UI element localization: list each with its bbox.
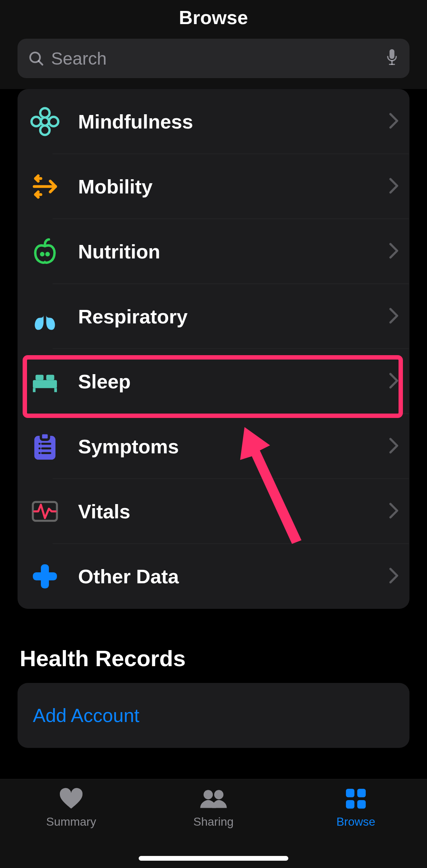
tab-browse[interactable]: Browse	[285, 787, 427, 829]
tab-label: Summary	[46, 815, 96, 829]
svg-rect-18	[35, 375, 43, 380]
tab-sharing[interactable]: Sharing	[142, 787, 285, 829]
add-account-link[interactable]: Add Account	[33, 704, 139, 726]
heart-icon	[58, 787, 84, 811]
svg-rect-19	[46, 375, 54, 380]
search-placeholder: Search	[51, 49, 378, 69]
chevron-right-icon	[389, 308, 399, 325]
svg-rect-30	[33, 572, 57, 580]
svg-point-8	[31, 117, 41, 126]
header: Browse	[0, 0, 427, 32]
svg-rect-37	[357, 800, 366, 809]
category-label: Vitals	[61, 500, 389, 523]
category-row-symptoms[interactable]: Symptoms	[18, 414, 409, 479]
grid-icon	[344, 787, 368, 811]
category-label: Mobility	[61, 175, 389, 198]
vitals-icon	[28, 495, 61, 528]
mic-icon[interactable]	[385, 48, 399, 69]
category-label: Mindfulness	[61, 110, 389, 133]
search-container: Search	[0, 32, 427, 89]
section-header-health-records: Health Records	[20, 645, 407, 671]
mobility-icon	[28, 170, 61, 203]
svg-point-33	[214, 790, 223, 799]
svg-rect-15	[33, 380, 57, 388]
category-list: Mindfulness Mobility	[18, 89, 409, 609]
chevron-right-icon	[389, 568, 399, 585]
tab-label: Browse	[336, 815, 376, 829]
svg-rect-36	[346, 800, 354, 809]
category-row-nutrition[interactable]: Nutrition	[18, 219, 409, 284]
category-row-respiratory[interactable]: Respiratory	[18, 284, 409, 349]
svg-point-5	[41, 118, 49, 126]
add-account-row[interactable]: Add Account	[18, 683, 409, 748]
category-label: Symptoms	[61, 435, 389, 458]
symptoms-icon	[28, 430, 61, 463]
category-label: Respiratory	[61, 305, 389, 328]
chevron-right-icon	[389, 113, 399, 130]
svg-point-13	[41, 253, 43, 255]
svg-point-32	[204, 790, 213, 799]
category-row-sleep[interactable]: Sleep	[18, 349, 409, 414]
category-label: Other Data	[61, 565, 389, 588]
svg-point-7	[40, 126, 50, 135]
tab-summary[interactable]: Summary	[0, 787, 142, 829]
chevron-right-icon	[389, 438, 399, 455]
mindfulness-icon	[28, 105, 61, 138]
tab-bar: Summary Sharing Browse	[0, 779, 427, 868]
svg-rect-2	[389, 49, 394, 59]
svg-rect-21	[41, 433, 49, 439]
people-icon	[199, 787, 228, 811]
respiratory-icon	[28, 300, 61, 333]
svg-rect-16	[33, 388, 35, 392]
sleep-icon	[28, 365, 61, 398]
svg-rect-35	[357, 789, 366, 797]
svg-point-9	[49, 117, 58, 126]
category-row-mobility[interactable]: Mobility	[18, 154, 409, 219]
other-data-icon	[28, 560, 61, 593]
search-icon	[28, 50, 45, 67]
page-title: Browse	[0, 7, 427, 28]
chevron-right-icon	[389, 178, 399, 195]
svg-point-6	[40, 108, 50, 118]
nutrition-icon	[28, 235, 61, 268]
home-indicator[interactable]	[139, 856, 288, 861]
chevron-right-icon	[389, 373, 399, 390]
category-row-vitals[interactable]: Vitals	[18, 479, 409, 544]
health-records-card: Add Account	[18, 683, 409, 748]
svg-rect-34	[346, 789, 354, 797]
svg-rect-17	[54, 388, 57, 392]
category-label: Sleep	[61, 370, 389, 393]
svg-point-14	[46, 253, 49, 255]
category-row-other-data[interactable]: Other Data	[18, 544, 409, 609]
chevron-right-icon	[389, 243, 399, 260]
tab-label: Sharing	[193, 815, 234, 829]
search-input[interactable]: Search	[18, 39, 409, 78]
category-label: Nutrition	[61, 240, 389, 263]
svg-line-1	[39, 61, 42, 65]
category-row-mindfulness[interactable]: Mindfulness	[18, 89, 409, 154]
chevron-right-icon	[389, 503, 399, 520]
